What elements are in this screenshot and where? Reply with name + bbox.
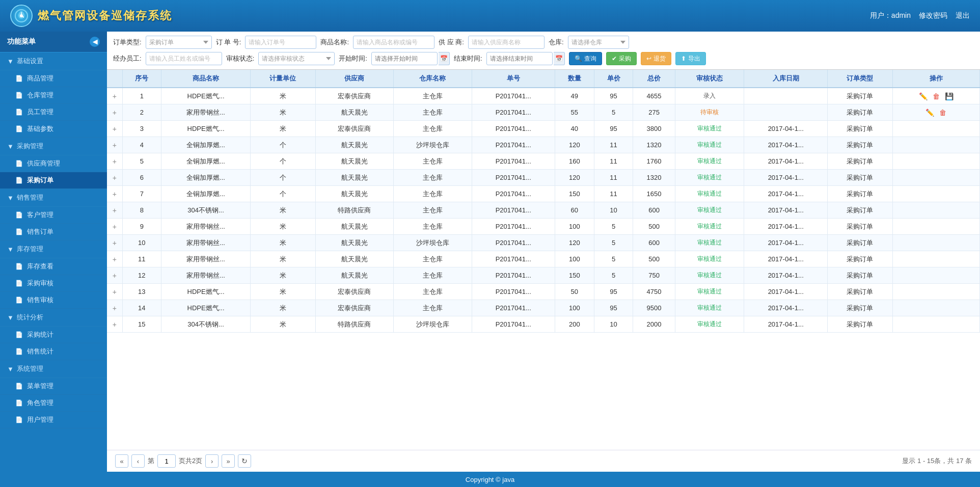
sidebar-item-inventory-view[interactable]: 📄 库存查看	[0, 258, 107, 275]
sidebar-item-basic-params[interactable]: 📄 基础参数	[0, 121, 107, 138]
cell-supplier: 航天晨光	[315, 219, 393, 235]
warehouse-select[interactable]: 请选择仓库	[568, 36, 629, 49]
sidebar-item-supplier-management[interactable]: 📄 供应商管理	[0, 155, 107, 172]
cell-order-type: 采购订单	[827, 300, 892, 316]
th-order-no: 单号	[472, 70, 555, 88]
row-expand[interactable]: +	[107, 202, 122, 219]
cell-seq: 12	[122, 267, 161, 284]
sidebar-item-purchase-order[interactable]: 📄 采购订单	[0, 172, 107, 189]
end-time-input[interactable]	[486, 52, 553, 65]
sidebar-item-user-management[interactable]: 📄 用户管理	[0, 412, 107, 428]
sidebar-item-menu-management[interactable]: 📄 菜单管理	[0, 378, 107, 395]
sidebar-item-employee-management[interactable]: 📄 员工管理	[0, 104, 107, 121]
edit-icon[interactable]: ✏️	[924, 108, 936, 117]
purchase-button[interactable]: ✔ 采购	[606, 52, 637, 65]
save-icon[interactable]: 💾	[943, 92, 955, 101]
sidebar-group-system-title[interactable]: ▼ 系统管理	[0, 360, 107, 378]
cell-seq: 14	[122, 300, 161, 316]
cell-supplier: 航天晨光	[315, 235, 393, 251]
sidebar-group-stats-title[interactable]: ▼ 统计分析	[0, 309, 107, 327]
main-layout: 功能菜单 ◀ ▼ 基础设置 📄 商品管理 📄 仓库管理 📄 员工管理 📄	[0, 32, 980, 472]
cell-seq: 15	[122, 316, 161, 333]
cell-actions: ✏️🗑💾	[892, 88, 979, 104]
cell-price: 11	[594, 170, 633, 186]
reload-button[interactable]: ↻	[238, 454, 251, 468]
sidebar-item-sales-stats[interactable]: 📄 销售统计	[0, 343, 107, 360]
cell-order-no: P2017041...	[472, 186, 555, 202]
sidebar-item-customer-management[interactable]: 📄 客户管理	[0, 207, 107, 224]
cell-qty: 49	[555, 88, 594, 104]
return-button[interactable]: ↩ 退货	[641, 52, 671, 65]
sidebar-item-warehouse-management[interactable]: 📄 仓库管理	[0, 87, 107, 104]
cell-product: 家用带钢丝...	[161, 251, 251, 267]
edit-icon[interactable]: ✏️	[917, 92, 929, 101]
row-expand[interactable]: +	[107, 104, 122, 121]
table-body: + 1 HDPE燃气... 米 宏泰供应商 主仓库 P2017041... 49…	[107, 88, 980, 333]
sidebar-item-sales-order[interactable]: 📄 销售订单	[0, 224, 107, 240]
sidebar-item-label: 仓库管理	[27, 91, 53, 100]
order-type-select[interactable]: 采购订单	[146, 36, 212, 49]
cell-product: HDPE燃气...	[161, 88, 251, 104]
doc-icon: 📄	[15, 109, 23, 116]
cell-product: 304不锈钢...	[161, 316, 251, 333]
row-expand[interactable]: +	[107, 88, 122, 104]
cell-order-no: P2017041...	[472, 316, 555, 333]
sidebar-toggle-button[interactable]: ◀	[90, 37, 100, 47]
row-expand[interactable]: +	[107, 316, 122, 333]
total-pages-label: 页共2页	[179, 456, 202, 466]
sidebar-item-purchase-review[interactable]: 📄 采购审核	[0, 275, 107, 292]
doc-icon: 📄	[15, 92, 23, 99]
review-status-select[interactable]: 请选择审核状态	[258, 52, 335, 65]
page-number-input[interactable]	[157, 454, 176, 468]
start-time-input[interactable]	[371, 52, 438, 65]
export-button[interactable]: ⬆ 导出	[675, 52, 706, 65]
search-button[interactable]: 🔍 查询	[569, 52, 602, 65]
first-page-button[interactable]: «	[115, 454, 128, 468]
cell-price: 95	[594, 284, 633, 300]
cell-status: 待审核	[675, 104, 744, 121]
delete-icon[interactable]: 🗑	[931, 92, 941, 101]
cell-date: 2017-04-1...	[744, 202, 827, 219]
cell-order-no: P2017041...	[472, 202, 555, 219]
start-time-calendar-icon[interactable]: 📅	[439, 52, 450, 65]
cell-status: 审核通过	[675, 170, 744, 186]
sidebar-item-purchase-stats[interactable]: 📄 采购统计	[0, 327, 107, 343]
row-expand[interactable]: +	[107, 186, 122, 202]
sidebar-group-inventory-title[interactable]: ▼ 库存管理	[0, 240, 107, 258]
row-expand[interactable]: +	[107, 251, 122, 267]
cell-order-no: P2017041...	[472, 153, 555, 170]
sidebar-group-system: ▼ 系统管理 📄 菜单管理 📄 角色管理 📄 用户管理	[0, 360, 107, 428]
sidebar-group-basics-title[interactable]: ▼ 基础设置	[0, 52, 107, 70]
supplier-input[interactable]	[468, 36, 545, 49]
sidebar-item-sales-review[interactable]: 📄 销售审核	[0, 292, 107, 309]
row-expand[interactable]: +	[107, 153, 122, 170]
row-expand[interactable]: +	[107, 284, 122, 300]
logout-link[interactable]: 退出	[956, 11, 970, 20]
order-no-input[interactable]	[245, 36, 316, 49]
row-expand[interactable]: +	[107, 170, 122, 186]
operator-input[interactable]	[146, 52, 222, 65]
sidebar-item-product-management[interactable]: 📄 商品管理	[0, 70, 107, 87]
row-expand[interactable]: +	[107, 267, 122, 284]
next-page-button[interactable]: ›	[205, 454, 219, 468]
folder-icon: ▼	[7, 58, 14, 65]
row-expand[interactable]: +	[107, 235, 122, 251]
cell-date	[744, 104, 827, 121]
end-time-calendar-icon[interactable]: 📅	[554, 52, 565, 65]
row-expand[interactable]: +	[107, 219, 122, 235]
last-page-button[interactable]: »	[222, 454, 235, 468]
delete-icon[interactable]: 🗑	[938, 108, 948, 117]
cell-order-no: P2017041...	[472, 267, 555, 284]
row-expand[interactable]: +	[107, 121, 122, 137]
sidebar-item-role-management[interactable]: 📄 角色管理	[0, 395, 107, 412]
cell-warehouse: 沙坪坝仓库	[394, 137, 472, 153]
sidebar-group-sales-title[interactable]: ▼ 销售管理	[0, 189, 107, 207]
row-expand[interactable]: +	[107, 137, 122, 153]
prev-page-button[interactable]: ‹	[131, 454, 145, 468]
change-password-link[interactable]: 修改密码	[919, 11, 947, 20]
product-name-input[interactable]	[353, 36, 434, 49]
sidebar-group-purchase-title[interactable]: ▼ 采购管理	[0, 138, 107, 155]
cell-seq: 5	[122, 153, 161, 170]
row-expand[interactable]: +	[107, 300, 122, 316]
cell-order-type: 采购订单	[827, 251, 892, 267]
